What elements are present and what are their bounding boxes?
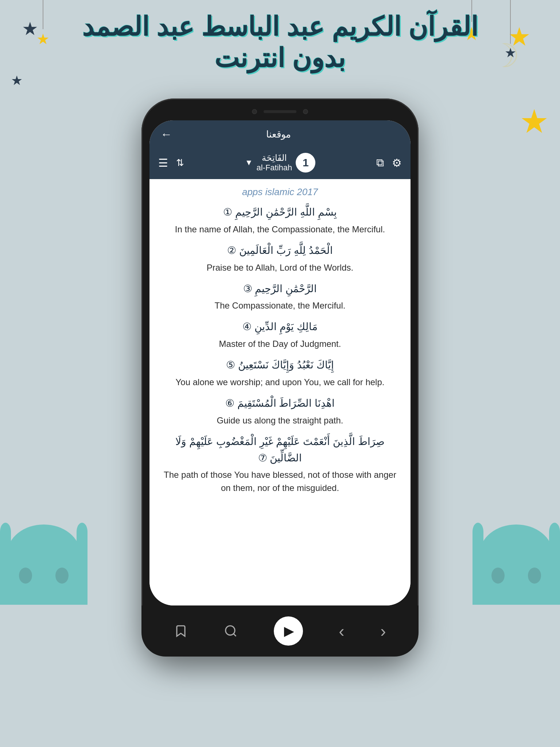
bookmark-nav-button[interactable] <box>174 624 188 638</box>
verse-block: بِسْمِ اللَّهِ الرَّحْمَٰنِ الرَّحِيمِ ①… <box>160 204 400 236</box>
surah-arabic-name: الفَاتِحَة <box>256 153 292 163</box>
svg-point-18 <box>491 568 505 584</box>
phone-mockup: ← موقعنا ☰ ⇅ ▼ الفَاتِحَة al-Fatihah <box>141 98 419 657</box>
verse-translation: The path of those You have blessed, not … <box>160 468 400 495</box>
svg-point-13 <box>472 523 483 541</box>
camera-dot-left <box>252 109 257 114</box>
verse-translation: The Compassionate, the Merciful. <box>160 299 400 312</box>
menu-icon[interactable]: ☰ <box>158 156 168 169</box>
content-area[interactable]: apps islamic 2017 بِسْمِ اللَّهِ الرَّحْ… <box>149 179 411 605</box>
verse-arabic: إِيَّاكَ نَعْبُدُ وَإِيَّاكَ نَسْتَعِينُ… <box>160 357 400 374</box>
next-nav-button[interactable]: › <box>380 621 386 641</box>
surah-number-circle: 1 <box>296 153 315 173</box>
verse-translation: You alone we worship; and upon You, we c… <box>160 376 400 389</box>
phone-top-bar <box>233 107 327 117</box>
surah-latin-name: al-Fatihah <box>256 163 292 173</box>
app-navbar: ← موقعنا <box>149 120 411 148</box>
page-title: القرآن الكريم عبد الباسط عبد الصمد بدون … <box>0 11 560 74</box>
verses-container: بِسْمِ اللَّهِ الرَّحْمَٰنِ الرَّحِيمِ ①… <box>160 204 400 495</box>
verse-translation: Master of the Day of Judgment. <box>160 337 400 351</box>
surah-left-icons: ☰ ⇅ <box>158 156 184 169</box>
play-icon: ▶ <box>284 623 294 639</box>
surah-number: 1 <box>303 156 309 169</box>
verse-arabic: صِرَاطَ الَّذِينَ أَنْعَمْتَ عَلَيْهِمْ … <box>160 434 400 467</box>
dropdown-arrow[interactable]: ▼ <box>245 158 253 167</box>
svg-rect-17 <box>505 587 527 605</box>
verse-translation: Guide us along the straight path. <box>160 414 400 427</box>
back-button[interactable]: ← <box>160 128 172 141</box>
verse-arabic: مَالِكِ يَوْمِ الدِّينِ ④ <box>160 319 400 335</box>
title-line1: القرآن الكريم عبد الباسط عبد الصمد <box>22 11 538 42</box>
svg-rect-4 <box>77 532 88 605</box>
verse-block: صِرَاطَ الَّذِينَ أَنْعَمْتَ عَلَيْهِمْ … <box>160 434 400 495</box>
svg-line-21 <box>233 634 236 636</box>
surah-right-icons: ⧉ ⚙ <box>376 156 402 169</box>
svg-point-5 <box>77 523 88 541</box>
speaker-bar <box>264 110 296 113</box>
phone-screen: ← موقعنا ☰ ⇅ ▼ الفَاتِحَة al-Fatihah <box>149 120 411 605</box>
verse-translation: In the name of Allah, the Compassionate,… <box>160 223 400 236</box>
verse-arabic: بِسْمِ اللَّهِ الرَّحْمَٰنِ الرَّحِيمِ ① <box>160 204 400 221</box>
verse-translation: Praise be to Allah, Lord of the Worlds. <box>160 261 400 274</box>
camera-dot-right <box>303 109 308 114</box>
mosque-right-decor <box>465 495 560 619</box>
svg-rect-7 <box>33 587 55 605</box>
svg-point-3 <box>0 523 11 541</box>
verse-block: مَالِكِ يَوْمِ الدِّينِ ④Master of the D… <box>160 319 400 351</box>
play-button[interactable]: ▶ <box>274 616 303 646</box>
title-line2: بدون انترنت <box>22 42 538 74</box>
settings-icon[interactable]: ⚙ <box>392 156 402 169</box>
svg-point-15 <box>549 523 560 541</box>
bookmark-icon[interactable]: ⧉ <box>376 156 384 169</box>
verse-arabic: اهْدِنَا الصِّرَاطَ الْمُسْتَقِيمَ ⑥ <box>160 395 400 412</box>
search-nav-button[interactable] <box>224 624 238 638</box>
prev-nav-button[interactable]: ‹ <box>339 621 344 641</box>
verse-arabic: الرَّحْمَٰنِ الرَّحِيمِ ③ <box>160 281 400 297</box>
surah-name-block: الفَاتِحَة al-Fatihah <box>256 153 292 173</box>
phone-body: ← موقعنا ☰ ⇅ ▼ الفَاتِحَة al-Fatihah <box>141 98 419 657</box>
star-mid-right: ★ <box>520 102 549 140</box>
verse-arabic: الْحَمْدُ لِلَّهِ رَبِّ الْعَالَمِينَ ② <box>160 243 400 259</box>
svg-point-20 <box>226 626 235 635</box>
svg-point-8 <box>19 568 32 584</box>
bottom-nav: ▶ ‹ › <box>141 605 419 657</box>
verse-block: الرَّحْمَٰنِ الرَّحِيمِ ③The Compassiona… <box>160 281 400 313</box>
surah-header: ☰ ⇅ ▼ الفَاتِحَة al-Fatihah 1 ⧉ ⚙ <box>149 148 411 179</box>
watermark: apps islamic 2017 <box>160 186 400 198</box>
svg-point-19 <box>528 568 541 584</box>
verse-block: الْحَمْدُ لِلَّهِ رَبِّ الْعَالَمِينَ ②P… <box>160 243 400 274</box>
svg-rect-14 <box>549 532 560 605</box>
svg-rect-12 <box>472 532 483 605</box>
verse-block: إِيَّاكَ نَعْبُدُ وَإِيَّاكَ نَسْتَعِينُ… <box>160 357 400 389</box>
mosque-left-decor <box>0 495 95 619</box>
surah-center-block: ▼ الفَاتِحَة al-Fatihah 1 <box>245 153 316 173</box>
verse-block: اهْدِنَا الصِّرَاطَ الْمُسْتَقِيمَ ⑥Guid… <box>160 395 400 427</box>
nav-title: موقعنا <box>266 129 291 140</box>
sort-icon[interactable]: ⇅ <box>176 157 184 169</box>
svg-point-9 <box>55 568 69 584</box>
svg-rect-2 <box>0 532 11 605</box>
star-mid-left: ★ <box>11 73 23 88</box>
